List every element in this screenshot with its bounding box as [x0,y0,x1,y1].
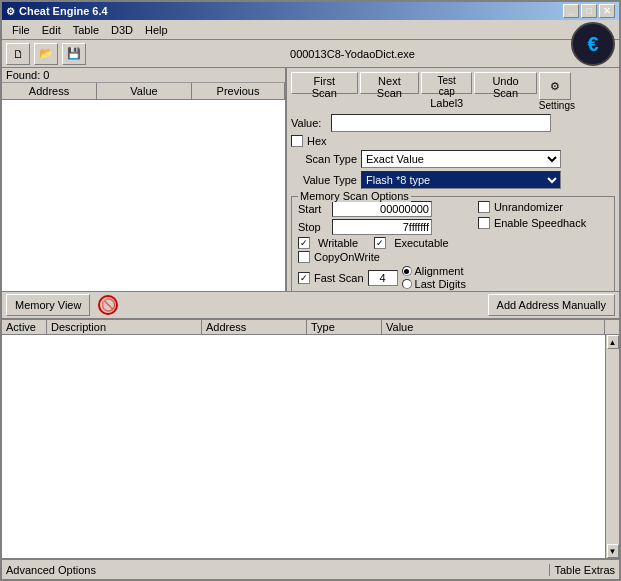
ath-type: Type [307,320,382,334]
window-title: Cheat Engine 6.4 [19,5,108,17]
writable-checkbox[interactable] [298,237,310,249]
title-bar: ⚙ Cheat Engine 6.4 _ □ ✕ [2,2,619,20]
stop-label: Stop [298,221,328,233]
settings-area: ⚙ Settings [539,72,615,111]
last-digits-row: Last Digits [402,278,466,290]
start-row: Start [298,201,466,217]
address-list: ▲ ▼ [2,335,619,559]
col-address: Address [2,83,97,99]
executable-label: Executable [394,237,448,249]
speedhack-row: Enable Speedhack [478,217,586,229]
menu-file[interactable]: File [6,22,36,38]
mem-view-row: Memory View 🚫 Add Address Manually [2,291,619,319]
scan-buttons-row: First Scan Next Scan Test capLabel3 Undo… [291,72,615,111]
scan-type-select[interactable]: Exact Value [361,150,561,168]
scrollbar[interactable]: ▲ ▼ [605,335,619,558]
alignment-radio[interactable] [402,266,412,276]
close-button[interactable]: ✕ [599,4,615,18]
last-digits-label: Last Digits [415,278,466,290]
value-label: Value: [291,117,331,129]
group-label: Memory Scan Options [298,190,411,202]
ath-description: Description [47,320,202,334]
settings-label: Settings [539,100,575,111]
status-right[interactable]: Table Extras [550,564,619,576]
memory-scan-options: Memory Scan Options Start Stop [291,196,615,291]
fast-scan-row: Fast Scan Alignment Last Digits [298,265,466,290]
menu-help[interactable]: Help [139,22,174,38]
fast-scan-checkbox[interactable] [298,272,310,284]
stop-row: Stop [298,219,466,235]
found-label: Found: 0 [2,68,285,83]
stop-input[interactable] [332,219,432,235]
start-input[interactable] [332,201,432,217]
writable-row: Writable Executable [298,237,466,249]
ath-address: Address [202,320,307,334]
copy-on-write-checkbox[interactable] [298,251,310,263]
speedhack-checkbox[interactable] [478,217,490,229]
right-checkboxes: Unrandomizer Enable Speedhack [478,201,586,290]
add-address-button[interactable]: Add Address Manually [488,294,615,316]
alignment-section: Alignment Last Digits [402,265,466,290]
toolbar: 🗋 📂 💾 000013C8-YodaoDict.exe € [2,40,619,68]
col-previous: Previous [192,83,285,99]
scan-type-row: Scan Type Exact Value [291,150,615,168]
open-button[interactable]: 📂 [34,43,58,65]
hex-checkbox[interactable] [291,135,303,147]
ce-logo: € [571,22,615,66]
value-type-label: Value Type [291,174,361,186]
hex-label: Hex [307,135,327,147]
start-label: Start [298,203,328,215]
options-container: Start Stop Writable Executable [298,201,608,290]
hex-row: Hex [291,135,615,147]
menu-d3d[interactable]: D3D [105,22,139,38]
value-input[interactable] [331,114,551,132]
ath-active: Active [2,320,47,334]
speedhack-label: Enable Speedhack [494,217,586,229]
col-value: Value [97,83,192,99]
save-button[interactable]: 💾 [62,43,86,65]
next-scan-button[interactable]: Next Scan [360,72,420,94]
new-button[interactable]: 🗋 [6,43,30,65]
minimize-button[interactable]: _ [563,4,579,18]
range-section: Start Stop Writable Executable [298,201,466,290]
fast-scan-input[interactable] [368,270,398,286]
process-title: 000013C8-YodaoDict.exe [90,48,615,60]
test-cap-button[interactable]: Test capLabel3 [421,72,472,94]
scan-results-list [2,100,285,291]
executable-checkbox[interactable] [374,237,386,249]
value-type-row: Value Type Flash *8 type [291,171,615,189]
settings-button[interactable]: ⚙ [539,72,571,100]
status-left[interactable]: Advanced Options [2,564,550,576]
menu-edit[interactable]: Edit [36,22,67,38]
fast-scan-label: Fast Scan [314,272,364,284]
last-digits-radio[interactable] [402,279,412,289]
menu-bar: File Edit Table D3D Help [2,20,619,40]
maximize-button[interactable]: □ [581,4,597,18]
first-scan-button[interactable]: First Scan [291,72,358,94]
unrandomizer-checkbox[interactable] [478,201,490,213]
app-icon: ⚙ [6,6,15,17]
alignment-label: Alignment [415,265,464,277]
alignment-row: Alignment [402,265,466,277]
undo-scan-button[interactable]: Undo Scan [474,72,537,94]
writable-label: Writable [318,237,358,249]
scroll-down[interactable]: ▼ [607,544,619,558]
stop-icon: 🚫 [98,295,118,315]
value-row: Value: [291,114,615,132]
memory-view-button[interactable]: Memory View [6,294,90,316]
scrollbar-placeholder [605,320,619,334]
scan-type-label: Scan Type [291,153,361,165]
ath-value: Value [382,320,605,334]
value-type-select[interactable]: Flash *8 type [361,171,561,189]
unrandomizer-label: Unrandomizer [494,201,563,213]
copy-on-write-row: CopyOnWrite [298,251,466,263]
unrandomizer-row: Unrandomizer [478,201,586,213]
scroll-up[interactable]: ▲ [607,335,619,349]
menu-table[interactable]: Table [67,22,105,38]
copy-on-write-label: CopyOnWrite [314,251,380,263]
addr-table-header: Active Description Address Type Value [2,319,619,335]
status-bar: Advanced Options Table Extras [2,559,619,579]
columns-header: Address Value Previous [2,83,285,100]
